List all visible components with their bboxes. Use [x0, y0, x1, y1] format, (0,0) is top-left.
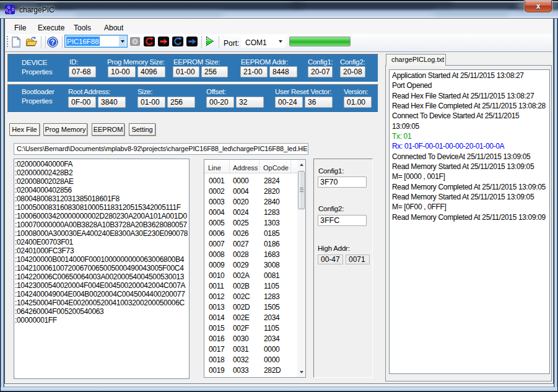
svg-text:0: 0	[12, 7, 14, 12]
svg-text:?: ?	[50, 38, 54, 46]
